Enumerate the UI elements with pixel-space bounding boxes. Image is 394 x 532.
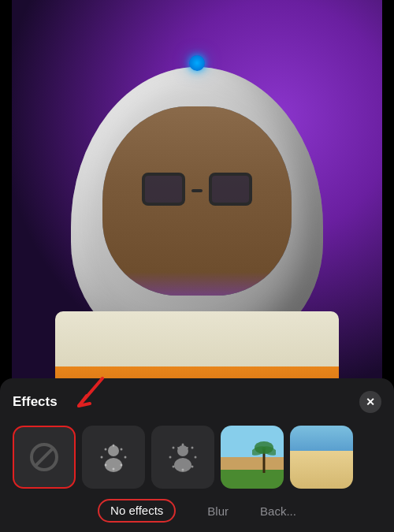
no-effects-label: No effects: [110, 504, 163, 517]
helmet-light: [189, 55, 205, 71]
svg-point-4: [105, 464, 107, 467]
glasses: [142, 173, 252, 208]
blur-label: Blur: [207, 504, 229, 518]
effects-title: Effects: [13, 394, 58, 410]
svg-point-18: [182, 469, 184, 471]
svg-point-16: [195, 456, 197, 459]
svg-point-19: [191, 466, 194, 468]
svg-point-10: [177, 445, 188, 456]
svg-point-13: [182, 444, 184, 446]
svg-point-20: [177, 447, 179, 448]
effect-item-no-effect[interactable]: [13, 426, 76, 489]
effect-thumb-beach2[interactable]: [290, 426, 353, 489]
svg-point-0: [108, 445, 119, 456]
svg-point-17: [173, 466, 175, 468]
effects-header: Effects ✕: [13, 391, 381, 413]
effect-item-beach2[interactable]: [290, 426, 353, 489]
svg-point-6: [113, 445, 115, 447]
effects-labels-bar: No effects Blur Back...: [0, 499, 394, 523]
no-effects-label-box[interactable]: No effects: [98, 499, 176, 523]
effect-thumb-blur1[interactable]: [82, 426, 145, 489]
background-label: Back...: [260, 504, 296, 518]
svg-point-5: [121, 464, 123, 467]
lens-right: [209, 173, 252, 206]
beach2-image: [290, 426, 353, 489]
face: [102, 106, 292, 296]
close-button[interactable]: ✕: [359, 391, 381, 413]
svg-point-3: [121, 448, 123, 451]
no-effect-icon: [30, 443, 58, 471]
effect-thumb-no-effect[interactable]: [13, 426, 76, 489]
person-blur-icon: [98, 441, 129, 473]
svg-point-2: [105, 448, 107, 451]
svg-point-14: [191, 447, 194, 449]
video-preview: [0, 0, 394, 394]
palm-tree-icon: [252, 433, 276, 473]
visor: [102, 106, 292, 296]
effect-item-blur1[interactable]: [82, 426, 145, 489]
person-blur2-icon: [167, 441, 199, 473]
glasses-bridge: [191, 189, 203, 192]
effect-item-beach1[interactable]: [221, 426, 284, 489]
svg-point-21: [187, 447, 188, 448]
effect-item-blur2[interactable]: [151, 426, 214, 489]
effect-thumb-blur2[interactable]: [151, 426, 214, 489]
svg-point-12: [173, 447, 175, 449]
effects-panel: Effects ✕: [0, 378, 394, 532]
lens-left: [142, 173, 185, 206]
visor-glow: [102, 272, 292, 296]
svg-point-7: [113, 468, 115, 471]
svg-point-15: [169, 456, 172, 459]
effect-thumb-beach1[interactable]: [221, 426, 284, 489]
helmet: [71, 67, 323, 359]
svg-point-8: [101, 456, 103, 459]
svg-point-9: [125, 456, 127, 459]
astronaut-ar-effect: [0, 0, 394, 394]
effects-thumbnails-row[interactable]: [13, 426, 381, 489]
